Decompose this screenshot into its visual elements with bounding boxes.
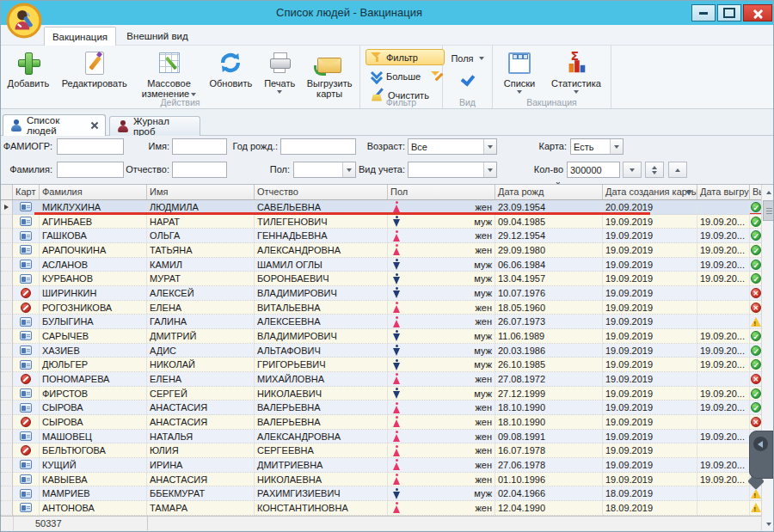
mass-edit-button[interactable]: Массовое изменение: [135, 46, 204, 99]
patronymic-cell: ВЛАДИМИРОВИЧ: [255, 286, 388, 301]
row-selector[interactable]: [1, 315, 13, 329]
ribbon-tab-appearance[interactable]: Внешний вид: [121, 27, 194, 46]
name-cell: ДМИТРИЙ: [147, 329, 255, 344]
tab-sample-journal[interactable]: Журнал проб: [109, 116, 200, 136]
header-patronymic[interactable]: Отчество: [255, 185, 388, 199]
table-row[interactable]: АРАПОЧКИНА ТАТЬЯНА АЛЕКСАНДРОВНА жен 29.…: [1, 243, 761, 258]
table-row[interactable]: МАМРИЕВ ББЕКМУРАТ РАХИМГИЗИЕВИЧ муж 02.0…: [1, 486, 761, 501]
records-count-input[interactable]: [567, 162, 620, 178]
table-row[interactable]: ГАШКОВА ОЛЬГА ГЕННАДЬЕВНА жен 29.12.1954…: [1, 229, 761, 243]
table-row[interactable]: МАШОВЕЦ НАТАЛЬЯ АЛЕКСАНДРОВНА жен 09.08.…: [1, 430, 761, 444]
lists-button[interactable]: Списки: [494, 46, 544, 94]
tab-people-list[interactable]: Список людей: [3, 114, 106, 136]
close-button[interactable]: [743, 4, 772, 21]
patronymic-input[interactable]: [172, 162, 227, 178]
surname-cell: АНТОНОВА: [40, 501, 147, 516]
export-cards-button[interactable]: Выгрузить карты: [301, 46, 358, 99]
patronymic-cell: МИХАЙЛОВНА: [255, 372, 388, 387]
filter-button[interactable]: Фильтр: [366, 49, 445, 65]
table-row[interactable]: КУРБАНОВ МУРАТ БОРОНБАЕВИЧ муж 13.04.195…: [1, 272, 761, 286]
scrollbar-thumb[interactable]: [763, 200, 774, 221]
header-exported[interactable]: Дата выгруз: [697, 185, 750, 199]
row-selector[interactable]: [1, 301, 13, 315]
print-button[interactable]: Печать: [258, 46, 301, 94]
name-input[interactable]: [172, 138, 227, 155]
card-select[interactable]: Есть: [570, 138, 624, 155]
row-selector[interactable]: [1, 272, 13, 286]
row-selector[interactable]: [1, 358, 13, 372]
header-sex[interactable]: Пол: [388, 185, 495, 199]
table-row[interactable]: ШИРИНКИН АЛЕКСЕЙ ВЛАДИМИРОВИЧ муж 10.07.…: [1, 286, 761, 301]
table-row[interactable]: ФИРСТОВ СЕРГЕЙ НИКОЛАЕВИЧ муж 27.12.1999…: [1, 387, 761, 401]
refresh-button[interactable]: Обновить: [203, 46, 258, 89]
header-born[interactable]: Дата рожд: [495, 185, 603, 199]
fields-button[interactable]: Поля: [445, 50, 488, 66]
table-row[interactable]: БУЛЫГИНА ГАЛИНА АЛЕКСЕЕВНА жен 26.07.197…: [1, 315, 761, 329]
row-selector[interactable]: [1, 458, 13, 473]
sex-select[interactable]: [293, 162, 356, 178]
row-selector[interactable]: [1, 229, 13, 243]
age-select[interactable]: Все: [408, 138, 497, 155]
row-selector[interactable]: [1, 200, 13, 215]
row-selector[interactable]: [1, 387, 13, 401]
account-type-select[interactable]: [408, 162, 497, 178]
birthyear-input[interactable]: [280, 138, 356, 155]
header-surname[interactable]: Фамилия: [40, 185, 147, 199]
table-row[interactable]: САРЫЧЕВ ДМИТРИЙ ВЛАДИМИРОВИЧ муж 11.06.1…: [1, 329, 761, 344]
row-selector[interactable]: [1, 401, 13, 415]
table-row[interactable]: БЕЛЬТЮГОВА ЮЛИЯ СЕРГЕЕВНА жен 16.07.1978…: [1, 443, 761, 458]
close-tab-icon[interactable]: [90, 121, 98, 130]
filter-label: Фильтр: [386, 52, 418, 63]
row-selector[interactable]: [1, 473, 13, 487]
table-row[interactable]: СЫРОВА АНАСТАСИЯ ВАЛЕРЬЕВНА жен 18.10.19…: [1, 401, 761, 415]
row-selector[interactable]: [1, 430, 13, 444]
table-row[interactable]: АСЛАНОВ КАМИЛ ШАМИЛ ОГЛЫ муж 06.06.1984 …: [1, 258, 761, 272]
records-dropdown-button[interactable]: [623, 162, 642, 178]
row-selector[interactable]: [1, 215, 13, 229]
row-selector[interactable]: [1, 486, 13, 501]
row-selector[interactable]: [1, 286, 13, 301]
remote-support-handle[interactable]: [747, 431, 773, 489]
row-selector[interactable]: [1, 329, 13, 344]
status-icon: [751, 417, 761, 427]
table-row[interactable]: ПОНОМАРЕВА ЕЛЕНА МИХАЙЛОВНА жен 27.08.19…: [1, 372, 761, 387]
table-row[interactable]: МИКЛУХИНА ЛЮДМИЛА САВЕЛЬЕВНА жен 23.09.1…: [1, 200, 761, 215]
row-selector[interactable]: [1, 243, 13, 258]
table-row[interactable]: СЫРОВА АНАСТАСИЯ ВАЛЕРЬЕВНА жен 18.10.19…: [1, 415, 761, 430]
ribbon-tab-vaccination[interactable]: Вакцинация: [44, 27, 116, 46]
records-spinner[interactable]: [645, 162, 664, 178]
row-selector[interactable]: [1, 344, 13, 358]
name-cell: АНАСТАСИЯ: [147, 473, 255, 487]
table-row[interactable]: ДЮЛЬГЕР НИКОЛАЙ ГРИГОРЬЕВИЧ муж 26.10.19…: [1, 358, 761, 372]
surname-input[interactable]: [57, 162, 124, 178]
table-row[interactable]: АНТОНОВА ТАМАРА КОНСТАНТИНОВНА жен 12.04…: [1, 501, 761, 516]
edit-button[interactable]: Редактировать: [54, 46, 135, 89]
row-selector[interactable]: [1, 443, 13, 458]
table-row[interactable]: РОГОЗНИКОВА ЕЛЕНА ВИТАЛЬЕВНА жен 18.05.1…: [1, 301, 761, 315]
add-button[interactable]: Добавить: [3, 46, 54, 89]
card-created-cell: 18.09.2019: [603, 501, 697, 516]
more-button[interactable]: Больше: [366, 68, 426, 84]
row-selector[interactable]: [1, 501, 13, 516]
header-name[interactable]: Имя: [147, 185, 255, 199]
header-card[interactable]: Карт: [13, 185, 40, 199]
table-row[interactable]: ХАЗИЕВ АДИС АЛЬТАФОВИЧ муж 20.03.1986 19…: [1, 344, 761, 358]
sex-text: муж: [474, 272, 492, 285]
row-selector[interactable]: [1, 258, 13, 272]
famiogr-input[interactable]: [57, 138, 124, 155]
header-created[interactable]: Дата создания карты: [603, 185, 697, 199]
gender-icon: [392, 416, 401, 427]
header-status[interactable]: Вы: [750, 185, 761, 199]
surname-cell: КУЩИЙ: [40, 458, 147, 473]
records-up-button[interactable]: [668, 162, 687, 178]
table-row[interactable]: КУЩИЙ ИРИНА ДМИТРИЕВНА жен 27.06.1978 19…: [1, 458, 761, 473]
minimize-button[interactable]: [691, 4, 716, 21]
scroll-down-button[interactable]: [762, 517, 774, 531]
statistics-button[interactable]: Σ Статистика: [544, 46, 608, 94]
row-selector[interactable]: [1, 415, 13, 430]
row-selector[interactable]: [1, 372, 13, 387]
table-row[interactable]: КАВЫЕВА АНАСТАСИЯ НИКОЛАЕВНА жен 01.10.1…: [1, 473, 761, 487]
table-row[interactable]: АГИНБАЕВ НАРАТ ТИЛЕГЕНОВИЧ муж 09.04.198…: [1, 215, 761, 229]
scroll-up-button[interactable]: [762, 185, 774, 199]
maximize-button[interactable]: [717, 4, 741, 21]
